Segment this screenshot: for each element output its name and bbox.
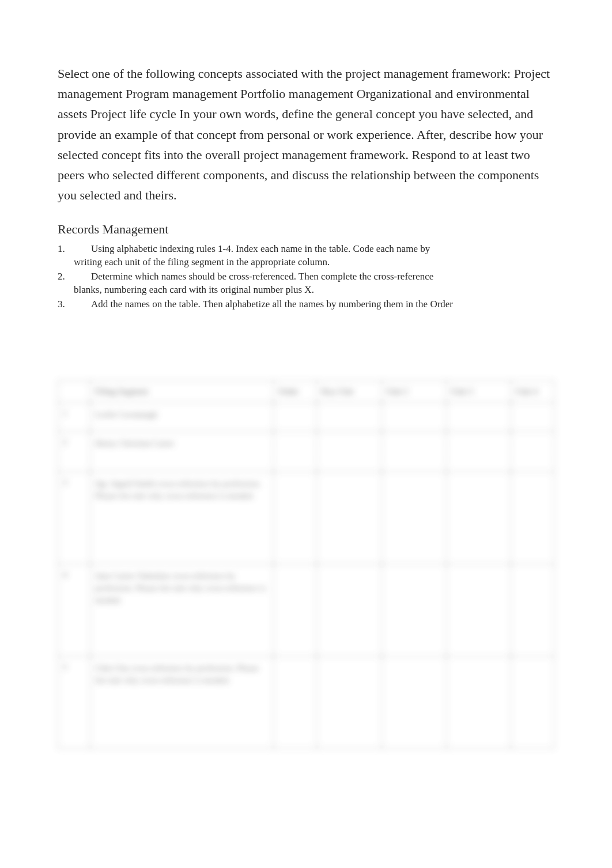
list-text-line2: blanks, numbering each card with its ori… (74, 284, 554, 297)
cell-num: 1 (58, 402, 90, 431)
table-row: 2 Henry Christian Carter (58, 431, 554, 471)
th-unit-2: Unit 2 (381, 380, 446, 402)
list-number: 2. (58, 270, 74, 297)
th-unit-4: Unit 4 (511, 380, 554, 402)
list-text-line1: Determine which names should be cross-re… (91, 271, 433, 282)
th-filing-segment: Filing Segment (90, 380, 274, 402)
cell-segment: Sgt. Ingrid Smith cross-reference by pro… (90, 471, 274, 564)
list-text-line1: Add the names on the table. Then alphabe… (91, 299, 453, 310)
document-page: Select one of the following concepts ass… (0, 0, 612, 772)
list-text-line1: Using alphabetic indexing rules 1-4. Ind… (91, 243, 430, 254)
list-number: 1. (58, 243, 74, 269)
list-item-3: 3. Add the names on the table. Then alph… (58, 298, 554, 311)
indexing-table: Filing Segment Order Key Unit Unit 2 Uni… (58, 380, 554, 749)
cell-num: 2 (58, 431, 90, 471)
list-item-2: 2. Determine which names should be cross… (58, 270, 554, 297)
list-text-line2: writing each unit of the filing segment … (74, 256, 554, 269)
list-number: 3. (58, 298, 74, 311)
cell-num: 4 (58, 564, 90, 656)
list-item-1: 1. Using alphabetic indexing rules 1-4. … (58, 243, 554, 269)
blurred-table-region: Filing Segment Order Key Unit Unit 2 Uni… (58, 380, 554, 749)
cell-segment: Henry Christian Carter (90, 431, 274, 471)
table-row: 1 Leslie Cavanaugh (58, 402, 554, 431)
cell-num: 5 (58, 656, 90, 748)
cell-segment: Chin Chu cross-reference by profession. … (90, 656, 274, 748)
table-row: 4 Jane Carter-Valentine cross-reference … (58, 564, 554, 656)
table-row: 3 Sgt. Ingrid Smith cross-reference by p… (58, 471, 554, 564)
cell-num: 3 (58, 471, 90, 564)
subheading-records-management: Records Management (58, 221, 554, 238)
th-blank (58, 380, 90, 402)
main-paragraph: Select one of the following concepts ass… (58, 63, 554, 205)
table-header-row: Filing Segment Order Key Unit Unit 2 Uni… (58, 380, 554, 402)
th-unit-3: Unit 3 (446, 380, 511, 402)
th-key-unit: Key Unit (317, 380, 381, 402)
cell-segment: Jane Carter-Valentine cross-reference by… (90, 564, 274, 656)
cell-segment: Leslie Cavanaugh (90, 402, 274, 431)
th-order: Order (274, 380, 317, 402)
table-row: 5 Chin Chu cross-reference by profession… (58, 656, 554, 748)
numbered-list: 1. Using alphabetic indexing rules 1-4. … (58, 243, 554, 311)
